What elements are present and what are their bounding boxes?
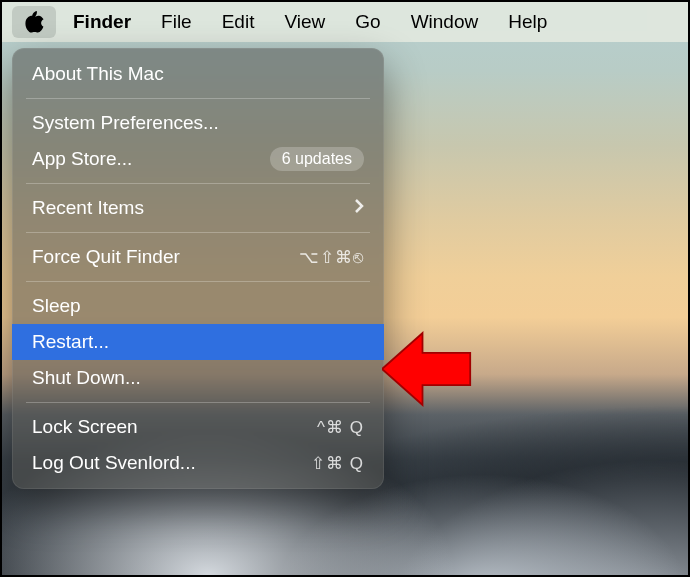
menu-label: Sleep xyxy=(32,295,81,317)
menu-lock-screen[interactable]: Lock Screen ^⌘ Q xyxy=(12,409,384,445)
menu-recent-items[interactable]: Recent Items xyxy=(12,190,384,226)
menu-restart[interactable]: Restart... xyxy=(12,324,384,360)
menu-separator xyxy=(26,98,370,99)
menubar-edit[interactable]: Edit xyxy=(207,2,270,42)
menu-system-preferences[interactable]: System Preferences... xyxy=(12,105,384,141)
apple-menu-button[interactable] xyxy=(12,6,56,38)
menubar-help[interactable]: Help xyxy=(493,2,562,42)
menu-separator xyxy=(26,281,370,282)
menubar-view[interactable]: View xyxy=(269,2,340,42)
menu-label: Lock Screen xyxy=(32,416,138,438)
menu-separator xyxy=(26,402,370,403)
menubar-go[interactable]: Go xyxy=(340,2,395,42)
menu-app-store[interactable]: App Store... 6 updates xyxy=(12,141,384,177)
menu-label: App Store... xyxy=(32,148,132,170)
menu-separator xyxy=(26,232,370,233)
menu-separator xyxy=(26,183,370,184)
menu-label: System Preferences... xyxy=(32,112,219,134)
menu-label: Restart... xyxy=(32,331,109,353)
apple-logo-icon xyxy=(24,11,44,33)
menubar-file[interactable]: File xyxy=(146,2,207,42)
menu-shortcut: ⌥⇧⌘⎋ xyxy=(299,247,364,268)
svg-marker-0 xyxy=(382,333,470,405)
annotation-arrow-icon xyxy=(382,324,472,414)
screenshot-frame: Finder File Edit View Go Window Help Abo… xyxy=(0,0,690,577)
chevron-right-icon xyxy=(354,197,364,219)
menu-about-this-mac[interactable]: About This Mac xyxy=(12,56,384,92)
menu-sleep[interactable]: Sleep xyxy=(12,288,384,324)
menu-label: Shut Down... xyxy=(32,367,141,389)
menu-force-quit[interactable]: Force Quit Finder ⌥⇧⌘⎋ xyxy=(12,239,384,275)
menu-label: Force Quit Finder xyxy=(32,246,180,268)
menu-label: Recent Items xyxy=(32,197,144,219)
menubar-window[interactable]: Window xyxy=(396,2,494,42)
menubar: Finder File Edit View Go Window Help xyxy=(2,2,688,42)
updates-badge: 6 updates xyxy=(270,147,364,171)
menu-label: About This Mac xyxy=(32,63,164,85)
menu-shortcut: ⇧⌘ Q xyxy=(311,453,364,474)
apple-menu-dropdown: About This Mac System Preferences... App… xyxy=(12,48,384,489)
menu-label: Log Out Svenlord... xyxy=(32,452,196,474)
menu-shortcut: ^⌘ Q xyxy=(317,417,364,438)
menubar-app-name[interactable]: Finder xyxy=(58,2,146,42)
menu-log-out[interactable]: Log Out Svenlord... ⇧⌘ Q xyxy=(12,445,384,481)
menu-shut-down[interactable]: Shut Down... xyxy=(12,360,384,396)
